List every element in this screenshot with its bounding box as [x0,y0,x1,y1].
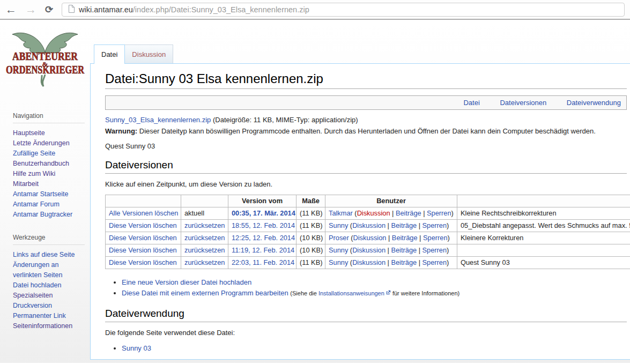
version-comment: 05_Diebstahl angepasst. Wert des Schmuck… [461,221,630,229]
sidebar-item-letzte-aenderungen[interactable]: Letzte Änderungen [13,139,70,147]
tab-diskussion[interactable]: Diskussion [125,44,173,63]
edit-external-program-link[interactable]: Diese Datei mit einem externen Programm … [122,289,288,297]
dragon-wings-icon: Abenteurer & Ordenskrieger [4,28,86,90]
version-size: (10 KB) [300,246,323,254]
forward-icon[interactable]: → [25,4,36,15]
user-cell: Sunny (Diskussion | Beiträge | Sperren) [325,256,457,269]
user-cell: Sunny (Diskussion | Beiträge | Sperren) [325,244,457,256]
table-row: Diese Version löschen zurücksetzen 11:19… [106,244,630,256]
file-actions-list: Eine neue Version dieser Datei hochladen… [122,277,627,299]
user-cell: Talkmar (Diskussion | Beiträge | Sperren… [325,207,457,219]
site-logo[interactable]: Abenteurer & Ordenskrieger [4,28,86,90]
user-talk-link[interactable]: Diskussion [352,221,386,229]
filetoc-link-datei[interactable]: Datei [463,99,479,107]
user-block-link[interactable]: Sperren [423,246,447,254]
sidebar-item-aenderungen-an-verlinkten-seiten[interactable]: Änderungen an verlinkten Seiten [13,261,62,279]
user-cell: Proser (Diskussion | Beiträge | Sperren) [325,232,457,244]
user-contribs-link[interactable]: Beiträge [391,246,417,254]
table-row: Diese Version löschen zurücksetzen 12:25… [106,232,630,244]
file-download-link[interactable]: Sunny_03_Elsa_kennenlernen.zip [105,116,211,124]
usage-intro: Die folgende Seite verwendet diese Datei… [105,329,627,337]
file-description: Quest Sunny 03 [105,142,627,150]
version-size: (10 KB) [300,234,323,242]
table-row: Alle Versionen löschen aktuell 00:35, 17… [106,207,630,219]
sidebar-item-hauptseite[interactable]: Hauptseite [13,129,45,137]
version-date-link[interactable]: 12:25, 12. Feb. 2014 [232,234,295,242]
sidebar-item-links-auf-diese-seite[interactable]: Links auf diese Seite [13,251,75,258]
back-icon[interactable]: ← [5,4,17,15]
usage-page-link[interactable]: Sunny 03 [122,344,151,352]
revert-link[interactable]: zurücksetzen [184,258,225,266]
user-talk-link[interactable]: Diskussion [353,234,387,242]
sidebar-item-druckversion[interactable]: Druckversion [13,302,52,309]
user-talk-link[interactable]: Diskussion [352,258,386,266]
revert-link[interactable]: zurücksetzen [184,221,225,229]
user-block-link[interactable]: Sperren [423,234,448,242]
filetoc-link-dateiversionen[interactable]: Dateiversionen [500,99,546,107]
delete-all-versions-link[interactable]: Alle Versionen löschen [109,209,178,217]
sidebar-item-hilfe-zum-wiki[interactable]: Hilfe zum Wiki [13,170,55,177]
user-contribs-link[interactable]: Beiträge [392,234,418,242]
list-item: Diese Datei mit einem externen Programm … [122,288,627,299]
reload-icon[interactable]: ⟳ [45,5,53,14]
sidebar-item-zufaellige-seite[interactable]: Zufällige Seite [13,150,55,157]
delete-version-link[interactable]: Diese Version löschen [109,246,177,254]
user-contribs-link[interactable]: Beiträge [391,221,417,229]
version-comment: Kleine Rechtschreibkorrekturen [461,209,557,217]
list-item: Sunny 03 [122,343,627,353]
sidebar-item-permanenter-link[interactable]: Permanenter Link [13,312,66,320]
tab-datei[interactable]: Datei [94,44,125,64]
page-title: Datei:Sunny 03 Elsa kennenlernen.zip [105,71,627,89]
user-link[interactable]: Sunny [329,258,348,266]
user-link[interactable]: Talkmar [329,209,353,217]
sidebar-item-benutzerhandbuch[interactable]: Benutzerhandbuch [13,160,69,167]
user-block-link[interactable]: Sperren [427,209,451,217]
sidebar-item-spezialseiten[interactable]: Spezialseiten [13,292,53,299]
version-size: (11 KB) [300,209,322,217]
sidebar-item-datei-hochladen[interactable]: Datei hochladen [13,281,61,289]
delete-version-link[interactable]: Diese Version löschen [109,258,177,266]
edit-note: (Siehe die Installationsanweisungen für … [290,290,459,296]
user-talk-link[interactable]: Diskussion [352,246,386,254]
upload-new-version-link[interactable]: Eine neue Version dieser Datei hochladen [122,278,251,286]
user-block-link[interactable]: Sperren [423,221,447,229]
content-area: Datei:Sunny 03 Elsa kennenlernen.zip Dat… [90,63,630,360]
user-talk-link[interactable]: Diskussion [357,209,390,217]
user-link[interactable]: Proser [329,234,349,242]
delete-version-link[interactable]: Diese Version löschen [109,221,177,229]
sidebar-item-seiteninformationen[interactable]: Seiteninformationen [13,322,72,330]
version-date-link[interactable]: 11:19, 12. Feb. 2014 [232,246,294,254]
sidebar-item-antamar-forum[interactable]: Antamar Forum [13,200,60,208]
user-link[interactable]: Sunny [329,246,348,254]
header-comment [457,195,630,207]
sidebar-item-mitarbeit[interactable]: Mitarbeit [13,180,39,188]
version-size: (11 KB) [300,258,322,266]
installation-instructions-link[interactable]: Installationsanweisungen [318,290,391,296]
filetoc-link-dateiverwendung[interactable]: Dateiverwendung [567,99,621,107]
revert-link[interactable]: zurücksetzen [184,246,225,254]
external-link-icon [386,288,391,299]
user-block-link[interactable]: Sperren [423,258,447,266]
version-date-link[interactable]: 22:03, 11. Feb. 2014 [232,258,294,266]
page-tabs: Datei Diskussion [90,44,630,63]
file-toc: Datei Dateiversionen Dateiverwendung [105,95,627,110]
url-path: /index.php/Datei:Sunny_03_Elsa_kennenler… [133,5,309,14]
revert-link[interactable]: zurücksetzen [184,234,225,242]
user-contribs-link[interactable]: Beiträge [391,258,417,266]
version-date-link[interactable]: 00:35, 17. Mär. 2014 [232,209,295,217]
header-user: Benutzer [325,195,457,207]
sidebar: Abenteurer & Ordenskrieger Navigation Ha… [0,20,90,363]
user-contribs-link[interactable]: Beiträge [396,209,421,217]
current-label: aktuell [184,209,204,217]
table-header-row: Version vom Maße Benutzer [106,195,630,207]
sidebar-item-antamar-startseite[interactable]: Antamar Startseite [13,190,69,198]
table-row: Diese Version löschen zurücksetzen 18:55… [106,219,630,232]
delete-version-link[interactable]: Diese Version löschen [109,234,177,242]
sidebar-item-antamar-bugtracker[interactable]: Antamar Bugtracker [13,211,72,218]
version-date-link[interactable]: 18:55, 12. Feb. 2014 [232,221,295,229]
user-link[interactable]: Sunny [329,221,348,229]
version-size: (11 KB) [300,221,322,229]
header-delete [106,195,181,207]
address-bar[interactable]: wiki.antamar.eu/index.php/Datei:Sunny_03… [62,3,625,17]
main-column: Datei Diskussion Datei:Sunny 03 Elsa ken… [90,20,630,363]
